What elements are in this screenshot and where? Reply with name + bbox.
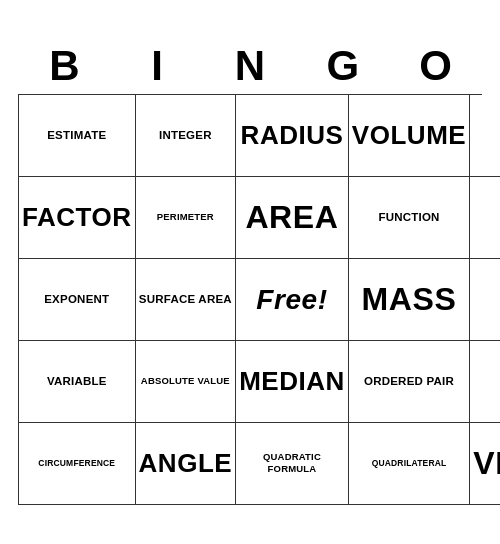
cell-text-3: VOLUME [352, 119, 466, 152]
cell-text-2: RADIUS [241, 119, 344, 152]
bingo-cell-18: ORDERED PAIR [349, 341, 470, 423]
bingo-cell-10: EXPONENT [19, 259, 136, 341]
cell-text-8: FUNCTION [378, 210, 439, 224]
bingo-cell-0: ESTIMATE [19, 95, 136, 177]
bingo-cell-1: INTEGER [136, 95, 237, 177]
cell-text-24: VERTEX [473, 443, 500, 483]
cell-text-7: AREA [245, 197, 338, 237]
bingo-cell-7: AREA [236, 177, 349, 259]
bingo-header: BINGO [18, 39, 482, 93]
cell-text-11: SURFACE AREA [139, 292, 232, 306]
cell-text-21: ANGLE [139, 447, 233, 480]
cell-text-10: EXPONENT [44, 292, 109, 306]
bingo-cell-17: MEDIAN [236, 341, 349, 423]
header-letter-n: N [204, 39, 297, 93]
bingo-cell-21: ANGLE [136, 423, 237, 505]
bingo-cell-23: QUADRILATERAL [349, 423, 470, 505]
bingo-cell-24: VERTEX [470, 423, 500, 505]
bingo-cell-5: FACTOR [19, 177, 136, 259]
header-letter-b: B [18, 39, 111, 93]
bingo-grid: ESTIMATEINTEGERRADIUSVOLUMECONGRUENTFACT… [18, 94, 482, 505]
cell-text-13: MASS [362, 279, 457, 319]
cell-text-20: CIRCUMFERENCE [38, 458, 115, 469]
bingo-cell-6: PERIMETER [136, 177, 237, 259]
bingo-cell-2: RADIUS [236, 95, 349, 177]
bingo-cell-14: RECIPROCAL [470, 259, 500, 341]
bingo-cell-19: PARALLEL [470, 341, 500, 423]
cell-text-16: ABSOLUTE VALUE [141, 375, 230, 387]
cell-text-5: FACTOR [22, 201, 132, 234]
cell-text-1: INTEGER [159, 128, 212, 142]
cell-text-0: ESTIMATE [47, 128, 106, 142]
header-letter-i: I [111, 39, 204, 93]
bingo-cell-15: VARIABLE [19, 341, 136, 423]
cell-text-12: Free! [256, 282, 327, 317]
cell-text-23: QUADRILATERAL [372, 458, 447, 469]
bingo-cell-11: SURFACE AREA [136, 259, 237, 341]
bingo-card: BINGO ESTIMATEINTEGERRADIUSVOLUMECONGRUE… [10, 31, 490, 512]
bingo-cell-16: ABSOLUTE VALUE [136, 341, 237, 423]
header-letter-o: O [389, 39, 482, 93]
bingo-cell-3: VOLUME [349, 95, 470, 177]
cell-text-6: PERIMETER [157, 211, 214, 223]
header-letter-g: G [296, 39, 389, 93]
bingo-cell-22: QUADRATIC FORMULA [236, 423, 349, 505]
bingo-cell-4: CONGRUENT [470, 95, 500, 177]
cell-text-18: ORDERED PAIR [364, 374, 454, 388]
cell-text-22: QUADRATIC FORMULA [239, 451, 345, 475]
bingo-cell-9: SYMMETRY [470, 177, 500, 259]
cell-text-15: VARIABLE [47, 374, 107, 388]
bingo-cell-8: FUNCTION [349, 177, 470, 259]
bingo-cell-12: Free! [236, 259, 349, 341]
bingo-cell-20: CIRCUMFERENCE [19, 423, 136, 505]
bingo-cell-13: MASS [349, 259, 470, 341]
cell-text-17: MEDIAN [239, 365, 345, 398]
